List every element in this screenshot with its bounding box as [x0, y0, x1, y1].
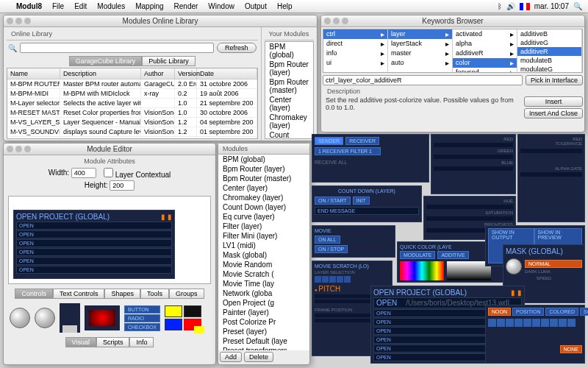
keyword-item[interactable]: layer▸: [388, 29, 452, 39]
list-item[interactable]: LV1 (midi): [218, 241, 309, 250]
list-item[interactable]: Mask (global): [218, 250, 309, 260]
cell[interactable]: [506, 319, 514, 327]
flag-icon[interactable]: [520, 3, 530, 10]
cell[interactable]: [541, 319, 549, 327]
sample-radio[interactable]: RADIO: [124, 314, 160, 322]
your-modules-list[interactable]: BPM (global)Bpm Router (layer)Bpm Router…: [265, 41, 314, 139]
list-item[interactable]: Open Project (g: [218, 298, 309, 308]
btn[interactable]: NORMAL: [525, 260, 582, 268]
pad[interactable]: [85, 305, 120, 330]
slot[interactable]: OPEN: [16, 239, 172, 247]
keyword-item[interactable]: ui▸: [323, 58, 387, 68]
keyword-item[interactable]: additiveB: [517, 29, 581, 38]
search-input[interactable]: [20, 43, 214, 53]
end-msg[interactable]: END MESSAGE: [315, 207, 419, 215]
slider-red[interactable]: [434, 143, 513, 147]
col-name[interactable]: Name: [7, 68, 60, 79]
btn[interactable]: ADDITIVE: [437, 251, 468, 259]
list-item[interactable]: Bpm Router (layer): [218, 164, 309, 174]
menu-edit[interactable]: Edit: [74, 2, 87, 10]
cell[interactable]: [514, 319, 523, 327]
cell[interactable]: [559, 319, 567, 327]
table-row[interactable]: M-BPM ROUTERVMaster BPM router automatiz…: [7, 79, 257, 89]
list-item[interactable]: BPM (global): [265, 42, 313, 60]
tab-garagecube[interactable]: GarageCube Library: [69, 56, 143, 66]
list-item[interactable]: Bpm Router (master): [265, 77, 313, 95]
btn[interactable]: INIT: [353, 197, 370, 205]
add-button[interactable]: Add: [220, 352, 242, 362]
insert-button[interactable]: Insert: [524, 96, 583, 107]
list-item[interactable]: Filter Mini (layer): [218, 231, 309, 241]
swatch[interactable]: [165, 319, 182, 330]
volume-icon[interactable]: 🔊: [506, 2, 515, 10]
list-item[interactable]: Center (layer): [265, 95, 313, 113]
btn[interactable]: POSITION: [512, 308, 544, 316]
layer-contextual-checkbox[interactable]: Layer Contextual: [104, 168, 171, 179]
list-item[interactable]: Chromakey (layer): [265, 113, 313, 130]
keyword-item[interactable]: info▸: [323, 49, 387, 58]
tab-info[interactable]: Info: [129, 337, 154, 347]
tab-shapes[interactable]: Shapes: [104, 289, 140, 299]
list-item[interactable]: Bpm Router (master): [218, 174, 309, 183]
gradient-picker[interactable]: [447, 261, 491, 280]
keyword-item[interactable]: master▸: [388, 49, 452, 58]
slot[interactable]: OPEN: [16, 230, 172, 238]
library-table[interactable]: Name Description Author Version Date M-B…: [7, 68, 258, 139]
layer-cell[interactable]: [329, 276, 336, 283]
slot[interactable]: OPEN: [16, 222, 172, 230]
list-item[interactable]: BPM (global): [218, 155, 309, 164]
keyword-path[interactable]: [323, 75, 523, 85]
btn[interactable]: ON / START: [315, 197, 351, 205]
list-item[interactable]: Preset Default (laye: [218, 336, 309, 346]
knob-speed[interactable]: [506, 258, 522, 275]
layer-cell[interactable]: [344, 276, 351, 283]
list-item[interactable]: Preset (layer): [218, 327, 309, 336]
menu-mapping[interactable]: Mapping: [135, 2, 163, 10]
list-item[interactable]: Movie Scratch (: [218, 269, 309, 279]
filter-btn[interactable]: 1 RECEIVER FILTER 1: [315, 147, 381, 155]
spotlight-icon[interactable]: 🔍: [573, 2, 582, 10]
keyword-item[interactable]: ctrl▸: [323, 29, 387, 39]
list-item[interactable]: Count Down (layer): [265, 130, 313, 139]
tab-textcontrols[interactable]: Text Controls: [53, 289, 105, 299]
receiver-btn[interactable]: RECEIVER: [345, 137, 379, 145]
swatch[interactable]: [165, 305, 182, 317]
slider-green[interactable]: [434, 155, 513, 159]
insert-close-button[interactable]: Insert And Close: [524, 108, 583, 118]
slot[interactable]: OPEN: [16, 257, 172, 265]
tab-scripts[interactable]: Scripts: [96, 337, 130, 347]
cell[interactable]: [550, 319, 558, 327]
swatch[interactable]: [184, 319, 201, 330]
refresh-button[interactable]: Refresh: [217, 43, 257, 53]
btn[interactable]: SCALE: [580, 308, 588, 316]
table-row[interactable]: M-VS_SOUNDVID1displays sound Capture lev…: [7, 137, 257, 139]
menu-help[interactable]: Help: [277, 2, 293, 10]
menu-file[interactable]: File: [52, 2, 64, 10]
cell[interactable]: [567, 319, 576, 327]
btn[interactable]: COLORED: [545, 308, 578, 316]
keyword-item[interactable]: focused▸: [453, 68, 517, 72]
keyword-item[interactable]: layerStack▸: [388, 39, 452, 49]
keyword-item[interactable]: modulateB: [517, 56, 581, 65]
list-item[interactable]: Movie Random: [218, 260, 309, 269]
list-item[interactable]: Eq curve (layer): [218, 212, 309, 222]
btn[interactable]: MODULATE: [400, 251, 435, 259]
cell[interactable]: [497, 319, 505, 327]
fader[interactable]: [60, 303, 80, 333]
keyword-item[interactable]: modulateG: [517, 65, 581, 72]
col-desc[interactable]: Description: [60, 68, 141, 79]
knob-1[interactable]: [10, 308, 30, 328]
knob-2[interactable]: [35, 308, 55, 328]
menu-render[interactable]: Render: [174, 2, 198, 10]
slider[interactable]: [520, 149, 582, 153]
list-item[interactable]: Bpm Router (layer): [265, 60, 313, 77]
list-item[interactable]: Post Colorize Pr: [218, 317, 309, 327]
tab-tools[interactable]: Tools: [140, 289, 169, 299]
keyword-item[interactable]: alpha▸: [453, 39, 517, 49]
btn[interactable]: ON ALL: [315, 236, 340, 244]
app-name[interactable]: Modul8: [16, 2, 42, 10]
pick-interface-button[interactable]: Pick in Interface: [526, 75, 583, 85]
width-input[interactable]: [71, 168, 96, 178]
slider[interactable]: [426, 205, 513, 209]
keyword-item[interactable]: activated▸: [453, 29, 517, 39]
